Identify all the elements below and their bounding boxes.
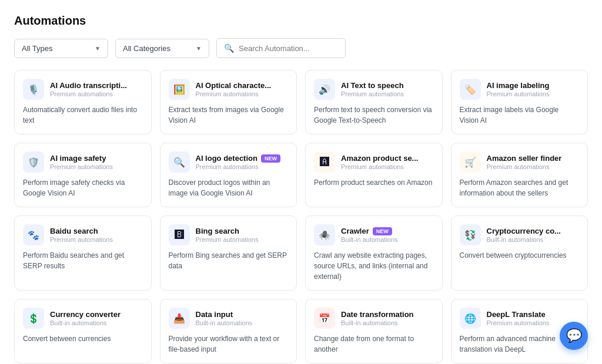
automation-card[interactable]: 🔊 AI Text to speech Premium automations … — [305, 70, 443, 134]
card-header: 🛒 Amazon seller finder Premium automatio… — [460, 151, 580, 173]
card-meta: AI image safety Premium automations — [50, 154, 143, 170]
card-type: Premium automations — [341, 163, 434, 170]
card-header: 🛡️ AI image safety Premium automations — [23, 151, 143, 173]
card-description: Discover product logos within an image v… — [169, 177, 289, 198]
card-icon: 🎙️ — [23, 79, 44, 100]
card-title-row: Crawler NEW — [341, 227, 434, 235]
card-name: AI image safety — [50, 154, 106, 163]
search-input[interactable] — [239, 44, 338, 53]
card-description: Crawl any website extracting pages, sour… — [314, 250, 434, 282]
card-type: Premium automations — [196, 90, 289, 97]
card-name: Currency converter — [50, 310, 121, 319]
card-name: Baidu search — [50, 227, 98, 235]
card-name: Crawler — [341, 227, 369, 235]
card-title-row: AI Optical characte... — [196, 81, 289, 90]
card-description: Perform product searches on Amazon — [314, 177, 434, 188]
card-name: AI logo detection — [196, 154, 257, 163]
card-name: Date transformation — [341, 310, 414, 319]
card-type: Premium automations — [50, 236, 143, 243]
card-meta: Baidu search Premium automations — [50, 227, 143, 243]
card-type: Premium automations — [196, 163, 289, 170]
card-type: Premium automations — [487, 163, 580, 170]
type-filter-chevron: ▼ — [95, 45, 101, 52]
card-title-row: Date transformation — [341, 310, 434, 319]
card-icon: 🛒 — [460, 151, 481, 173]
card-title-row: Data input — [196, 310, 289, 319]
card-title-row: AI Text to speech — [341, 81, 434, 90]
card-name: AI Optical characte... — [196, 81, 272, 90]
card-meta: Cryptocurrency co... Built-in automation… — [487, 227, 580, 243]
card-type: Premium automations — [487, 90, 580, 97]
card-description: Change date from one format to another — [314, 333, 434, 355]
card-icon: 🛡️ — [23, 151, 44, 173]
card-header: 🅰 Amazon product se... Premium automatio… — [314, 151, 434, 173]
card-description: Perform text to speech conversion via Go… — [314, 105, 434, 126]
automation-card[interactable]: 🐾 Baidu search Premium automations Perfo… — [14, 215, 152, 291]
card-title-row: AI image labeling — [487, 81, 580, 90]
card-description: Perform Amazon searches and get informat… — [460, 177, 580, 198]
card-description: Automatically convert audio files into t… — [23, 105, 143, 126]
card-header: 🏷️ AI image labeling Premium automations — [460, 79, 580, 100]
card-meta: AI Optical characte... Premium automatio… — [196, 81, 289, 97]
card-type: Premium automations — [50, 90, 143, 97]
card-type: Premium automations — [196, 236, 289, 243]
card-header: 🅱 Bing search Premium automations — [169, 224, 289, 245]
card-name: Amazon seller finder — [487, 154, 562, 163]
card-description: Extract texts from images via Google Vis… — [169, 105, 289, 126]
card-icon: 🏷️ — [460, 79, 481, 100]
automation-card[interactable]: 🖼️ AI Optical characte... Premium automa… — [160, 70, 297, 134]
automation-card[interactable]: 💲 Currency converter Built-in automation… — [14, 299, 152, 363]
automation-card[interactable]: 🛒 Amazon seller finder Premium automatio… — [451, 143, 588, 207]
card-meta: AI Text to speech Premium automations — [341, 81, 434, 97]
category-filter[interactable]: All Categories ▼ — [115, 39, 209, 58]
card-type: Premium automations — [341, 90, 434, 97]
card-type: Built-in automations — [341, 236, 434, 243]
card-name: Bing search — [196, 227, 239, 235]
card-meta: AI image labeling Premium automations — [487, 81, 580, 97]
card-icon: 🕷️ — [314, 224, 335, 245]
automation-card[interactable]: 🔍 AI logo detection NEW Premium automati… — [160, 143, 297, 207]
card-description: Perform Bing searches and get SERP data — [169, 250, 289, 271]
card-icon: 🅱 — [169, 224, 190, 245]
automation-card[interactable]: 🏷️ AI image labeling Premium automations… — [451, 70, 588, 134]
card-header: 💱 Cryptocurrency co... Built-in automati… — [460, 224, 580, 245]
card-meta: Crawler NEW Built-in automations — [341, 227, 434, 243]
automations-grid: 🎙️ AI Audio transcripti... Premium autom… — [14, 70, 588, 363]
chat-button[interactable]: 💬 — [560, 322, 588, 350]
automation-card[interactable]: 💱 Cryptocurrency co... Built-in automati… — [451, 215, 588, 291]
card-header: 🎙️ AI Audio transcripti... Premium autom… — [23, 79, 143, 100]
card-meta: Currency converter Built-in automations — [50, 310, 143, 326]
automation-card[interactable]: 🛡️ AI image safety Premium automations P… — [14, 143, 152, 207]
automation-card[interactable]: 🅱 Bing search Premium automations Perfor… — [160, 215, 297, 291]
automation-card[interactable]: 📅 Date transformation Built-in automatio… — [305, 299, 443, 363]
automation-card[interactable]: 🕷️ Crawler NEW Built-in automations Craw… — [305, 215, 443, 291]
card-header: 🌐 DeepL Translate Premium automations — [460, 308, 580, 329]
card-header: 🖼️ AI Optical characte... Premium automa… — [169, 79, 289, 100]
automation-card[interactable]: 🎙️ AI Audio transcripti... Premium autom… — [14, 70, 152, 134]
automation-card[interactable]: 🅰 Amazon product se... Premium automatio… — [305, 143, 443, 207]
card-description: Extract image labels via Google Vision A… — [460, 105, 580, 126]
card-name: Cryptocurrency co... — [487, 227, 561, 235]
type-filter[interactable]: All Types ▼ — [14, 39, 108, 58]
card-header: 🕷️ Crawler NEW Built-in automations — [314, 224, 434, 245]
card-header: 🔍 AI logo detection NEW Premium automati… — [169, 151, 289, 173]
card-meta: AI Audio transcripti... Premium automati… — [50, 81, 143, 97]
card-meta: AI logo detection NEW Premium automation… — [196, 154, 289, 170]
automation-card[interactable]: 📥 Data input Built-in automations Provid… — [160, 299, 297, 363]
card-description: Convert between currencies — [23, 333, 143, 344]
type-filter-label: All Types — [22, 44, 53, 53]
search-box[interactable]: 🔍 — [216, 38, 346, 58]
filters-bar: All Types ▼ All Categories ▼ 🔍 — [14, 38, 588, 58]
card-header: 🐾 Baidu search Premium automations — [23, 224, 143, 245]
card-name: DeepL Translate — [487, 310, 546, 319]
card-title-row: Amazon product se... — [341, 154, 434, 163]
category-filter-label: All Categories — [123, 44, 170, 53]
card-name: Amazon product se... — [341, 154, 418, 163]
card-icon: 💲 — [23, 308, 44, 329]
card-title-row: Cryptocurrency co... — [487, 227, 580, 235]
card-header: 📅 Date transformation Built-in automatio… — [314, 308, 434, 329]
card-name: AI image labeling — [487, 81, 550, 90]
card-name: AI Audio transcripti... — [50, 81, 127, 90]
card-icon: 🔊 — [314, 79, 335, 100]
card-icon: 🅰 — [314, 151, 335, 173]
